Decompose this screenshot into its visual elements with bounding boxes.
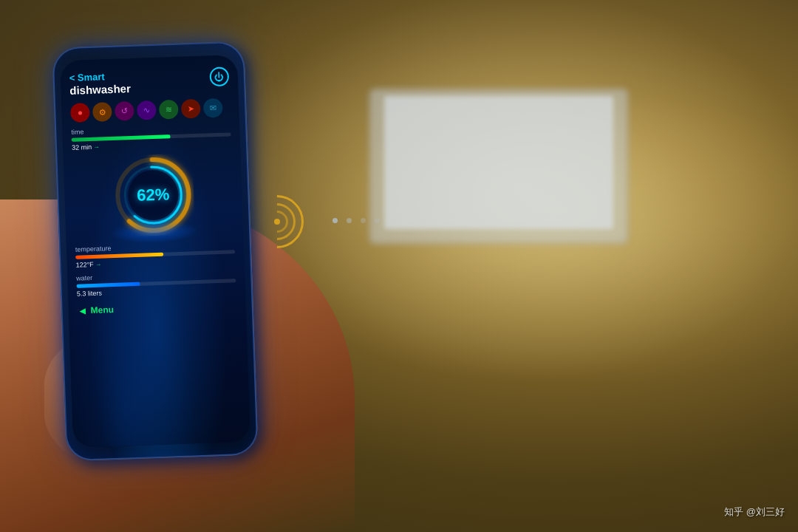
background-tv-screen (384, 96, 613, 229)
mode-icon-6[interactable]: ➤ (181, 99, 201, 119)
mode-icon-1[interactable]: ● (70, 103, 90, 123)
back-arrow[interactable]: < Smart (69, 71, 105, 83)
phone-body: < Smart dishwasher ⏻ ● ⚙ ↺ (52, 41, 258, 462)
mode-icon-7[interactable]: ✉ (203, 98, 223, 118)
progress-circle: 62% (111, 153, 195, 237)
app-title: < Smart dishwasher (69, 69, 131, 98)
power-button[interactable]: ⏻ (209, 66, 229, 86)
conn-dot-4 (375, 218, 380, 223)
app-title-line2: dishwasher (69, 82, 131, 97)
mode-icon-2[interactable]: ⚙ (92, 102, 112, 122)
circle-text: 62% (137, 185, 170, 205)
menu-button[interactable]: ◄ Menu (77, 299, 236, 317)
water-section: water 5.3 liters (76, 269, 236, 298)
phone-wrapper: < Smart dishwasher ⏻ ● ⚙ ↺ (52, 41, 258, 462)
menu-label: Menu (90, 304, 114, 316)
conn-dot-2 (347, 218, 352, 223)
mode-icon-5[interactable]: ≋ (159, 100, 179, 120)
water-progress-fill (76, 282, 140, 288)
circle-glow (110, 219, 200, 245)
mode-icon-3[interactable]: ↺ (115, 101, 134, 121)
circle-percent: 62% (137, 185, 170, 205)
mode-icons-row: ● ⚙ ↺ ∿ ≋ ➤ (70, 98, 231, 123)
temperature-section: temperature 122°F → (75, 240, 236, 269)
watermark: 知乎 @刘三好 (724, 505, 785, 519)
circle-container: 62% (72, 151, 234, 238)
time-arrow: → (93, 144, 99, 151)
menu-arrow-icon: ◄ (77, 304, 87, 316)
app-header: < Smart dishwasher ⏻ (69, 65, 229, 98)
connection-dots (332, 218, 380, 223)
main-scene: < Smart dishwasher ⏻ ● ⚙ ↺ (0, 0, 798, 532)
conn-dot-3 (361, 218, 366, 223)
phone-screen: < Smart dishwasher ⏻ ● ⚙ ↺ (60, 55, 250, 448)
mode-icon-4[interactable]: ∿ (137, 100, 157, 120)
conn-dot-1 (332, 218, 338, 223)
temperature-arrow: → (95, 262, 101, 268)
